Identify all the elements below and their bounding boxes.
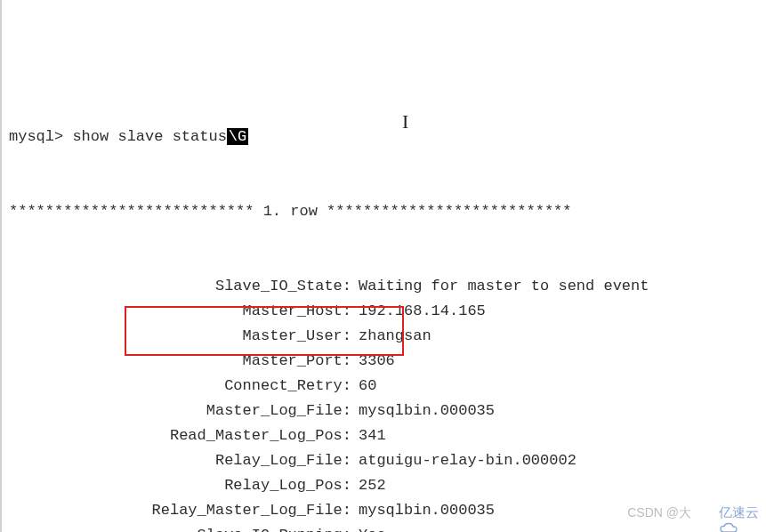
field-label: Relay_Log_File: <box>9 448 351 473</box>
field-label: Relay_Master_Log_File: <box>9 498 351 523</box>
csdn-watermark: CSDN @大 <box>627 505 691 521</box>
field-row: Master_Log_File:mysqlbin.000035 <box>9 399 759 423</box>
field-label: Master_Host: <box>9 299 351 324</box>
field-row: Master_Port:3306 <box>9 349 759 374</box>
field-row: Read_Master_Log_Pos:341 <box>9 423 759 448</box>
command-line[interactable]: mysql> show slave status\G <box>9 125 759 149</box>
watermark: CSDN @大 亿速云 <box>627 504 759 521</box>
yisu-watermark: 亿速云 <box>697 504 759 521</box>
sql-command: show slave status <box>72 128 226 145</box>
field-value: mysqlbin.000035 <box>351 399 495 423</box>
field-value: Yes <box>351 523 386 532</box>
field-label: Read_Master_Log_Pos: <box>9 423 351 448</box>
field-row: Relay_Log_Pos:252 <box>9 473 759 498</box>
field-value: 252 <box>351 473 386 498</box>
fields-list: Slave_IO_State:Waiting for master to sen… <box>9 274 759 532</box>
cloud-icon <box>697 507 716 520</box>
field-label: Connect_Retry: <box>9 374 351 399</box>
field-value: zhangsan <box>351 324 431 349</box>
field-value: 60 <box>351 374 376 399</box>
field-value: 3306 <box>351 349 395 374</box>
field-row: Connect_Retry:60 <box>9 374 759 399</box>
field-value: atguigu-relay-bin.000002 <box>351 448 577 473</box>
field-row: Relay_Log_File:atguigu-relay-bin.000002 <box>9 448 759 473</box>
terminal-output: mysql> show slave status\G *************… <box>9 75 759 532</box>
field-label: Relay_Log_Pos: <box>9 473 351 498</box>
field-row: Master_Host:192.168.14.165 <box>9 299 759 324</box>
field-value: mysqlbin.000035 <box>351 498 495 523</box>
field-label: Slave_IO_State: <box>9 274 351 299</box>
field-label: Slave_IO_Running: <box>9 523 351 532</box>
field-row: Master_User:zhangsan <box>9 324 759 349</box>
field-label: Master_Log_File: <box>9 399 351 423</box>
row-header: *************************** 1. row *****… <box>9 199 759 224</box>
field-label: Master_User: <box>9 324 351 349</box>
field-label: Master_Port: <box>9 349 351 374</box>
field-row: Slave_IO_State:Waiting for master to sen… <box>9 274 759 299</box>
cursor-block: \G <box>227 128 248 145</box>
field-row: Slave_IO_Running:Yes <box>9 523 759 532</box>
field-value: 192.168.14.165 <box>351 299 486 324</box>
field-value: 341 <box>351 423 386 448</box>
mysql-prompt: mysql> <box>9 128 63 145</box>
field-value: Waiting for master to send event <box>351 274 649 299</box>
